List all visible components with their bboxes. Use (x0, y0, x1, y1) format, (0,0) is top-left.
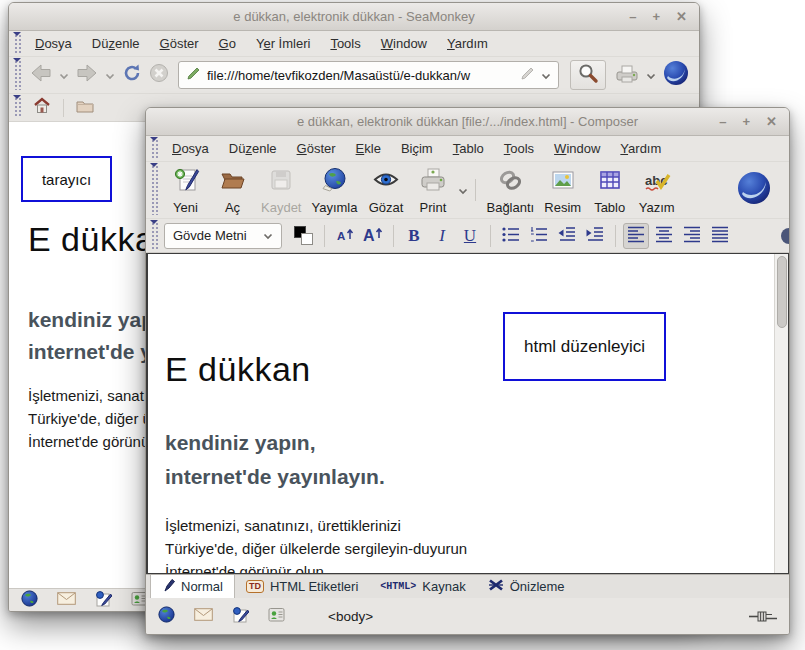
background-color-swatch (301, 233, 313, 245)
tab-label: Önizleme (510, 579, 565, 594)
addressbook-button[interactable] (268, 606, 285, 627)
toolbar-grippy[interactable] (150, 139, 159, 158)
spell-button[interactable]: abc Yazım (633, 163, 680, 217)
print-dropdown[interactable] (644, 66, 658, 84)
numbered-list-button[interactable] (526, 223, 552, 249)
print-button[interactable]: Print (409, 163, 456, 217)
menu-dosya[interactable]: Dosya (25, 36, 82, 51)
home-button[interactable] (31, 95, 53, 120)
toolbar-grippy[interactable] (13, 34, 22, 53)
align-right-button[interactable] (679, 223, 705, 249)
new-button[interactable]: Yeni (162, 163, 209, 217)
underline-button[interactable]: U (457, 223, 483, 249)
menu-go[interactable]: Go (209, 36, 246, 51)
navigator-button[interactable] (158, 606, 175, 627)
close-button[interactable]: ✕ (676, 9, 687, 24)
composer-button[interactable] (232, 606, 249, 627)
layer-icon[interactable] (781, 228, 790, 244)
subheading-line: kendiniz yapın, (165, 426, 385, 460)
navigator-button[interactable] (21, 590, 38, 611)
print-button[interactable] (613, 62, 641, 89)
align-left-button[interactable] (623, 223, 649, 249)
maximize-button[interactable]: + (743, 114, 751, 129)
globe-icon (21, 590, 38, 611)
composer-edit-area[interactable]: html düzenleyici E dükkan kendiniz yapın… (146, 253, 789, 574)
home-icon (33, 97, 51, 118)
menu-tablo[interactable]: Tablo (443, 141, 494, 156)
url-text[interactable]: file:///home/tevfikozden/Masaüstü/e-dukk… (207, 68, 514, 83)
vertical-scrollbar[interactable] (774, 254, 788, 573)
menu-yardim[interactable]: Yardım (437, 36, 498, 51)
menu-yardim[interactable]: Yardım (610, 141, 671, 156)
menu-yer-imleri[interactable]: Yer İmleri (246, 36, 320, 51)
image-button[interactable]: Resim (539, 163, 586, 217)
url-bar[interactable]: file:///home/tevfikozden/Masaüstü/e-dukk… (178, 61, 559, 89)
close-button[interactable]: ✕ (766, 114, 777, 129)
menu-tools[interactable]: Tools (320, 36, 370, 51)
url-history-dropdown[interactable] (541, 66, 551, 84)
italic-button[interactable]: I (429, 223, 455, 249)
composer-titlebar[interactable]: e dükkan, elektronik dükkan [file:/.../i… (146, 108, 789, 136)
tab-label: HTML Etiketleri (270, 579, 358, 594)
menu-ekle[interactable]: Ekle (346, 141, 391, 156)
justify-button[interactable] (707, 223, 733, 249)
tab-normal[interactable]: Normal (150, 575, 235, 598)
mail-button[interactable] (194, 607, 213, 625)
paragraph-style-select[interactable]: Gövde Metni (164, 223, 282, 249)
tab-source[interactable]: <HTML> Kaynak (369, 575, 476, 598)
print-dropdown[interactable] (456, 181, 470, 199)
mail-button[interactable] (57, 591, 76, 609)
forward-dropdown[interactable] (103, 66, 117, 84)
menu-dosya[interactable]: Dosya (162, 141, 219, 156)
indent-button[interactable] (582, 223, 608, 249)
maximize-button[interactable]: + (653, 9, 661, 24)
online-plug-icon[interactable] (749, 610, 777, 623)
decrease-font-button[interactable]: A (332, 223, 358, 249)
browser-window-title: e dükkan, elektronik dükkan - SeaMonkey (233, 9, 474, 24)
seamonkey-logo[interactable] (737, 171, 771, 209)
save-button[interactable]: Kaydet (256, 163, 306, 217)
element-path[interactable]: <body> (328, 609, 373, 624)
composer-button[interactable] (95, 590, 112, 611)
menu-window[interactable]: Window (371, 36, 437, 51)
menu-window[interactable]: Window (544, 141, 610, 156)
printer-icon (419, 166, 447, 198)
table-button[interactable]: Tablo (586, 163, 633, 217)
browse-button[interactable]: Gözat (362, 163, 409, 217)
composer-window: e dükkan, elektronik dükkan [file:/.../i… (145, 107, 790, 635)
align-center-button[interactable] (651, 223, 677, 249)
increase-font-button[interactable]: A (360, 223, 386, 249)
minimize-button[interactable]: – (629, 9, 636, 24)
back-dropdown[interactable] (57, 66, 71, 84)
minimize-button[interactable]: – (719, 114, 726, 129)
tab-html-tags[interactable]: TD HTML Etiketleri (235, 575, 369, 598)
toolbar-grippy[interactable] (13, 60, 22, 90)
text-color-picker[interactable] (294, 226, 313, 245)
bookmarks-folder-button[interactable] (74, 97, 96, 119)
stop-button[interactable] (147, 61, 171, 89)
link-button[interactable]: Bağlantı (481, 163, 539, 217)
tab-preview[interactable]: Önizleme (477, 575, 576, 598)
menu-goster[interactable]: Göster (150, 36, 209, 51)
search-button[interactable] (570, 60, 606, 90)
toolbar-grippy[interactable] (13, 97, 22, 118)
scrollbar-thumb[interactable] (777, 256, 787, 328)
toolbar-grippy[interactable] (150, 222, 159, 249)
open-button[interactable]: Aç (209, 163, 256, 217)
outdent-button[interactable] (554, 223, 580, 249)
bullet-list-button[interactable] (498, 223, 524, 249)
reload-button[interactable] (120, 61, 144, 89)
menu-bicim[interactable]: Biçim (391, 141, 443, 156)
menu-duzenle[interactable]: Düzenle (82, 36, 150, 51)
publish-button[interactable]: Yayımla (306, 163, 362, 217)
toolbar-grippy[interactable] (150, 165, 159, 215)
new-label: Yeni (173, 200, 198, 215)
browser-titlebar[interactable]: e dükkan, elektronik dükkan - SeaMonkey … (9, 3, 699, 31)
menu-goster[interactable]: Göster (287, 141, 346, 156)
forward-button[interactable] (74, 61, 100, 89)
bold-button[interactable]: B (401, 223, 427, 249)
back-button[interactable] (28, 61, 54, 89)
menu-tools[interactable]: Tools (494, 141, 544, 156)
menu-duzenle[interactable]: Düzenle (219, 141, 287, 156)
seamonkey-logo[interactable] (661, 58, 691, 92)
